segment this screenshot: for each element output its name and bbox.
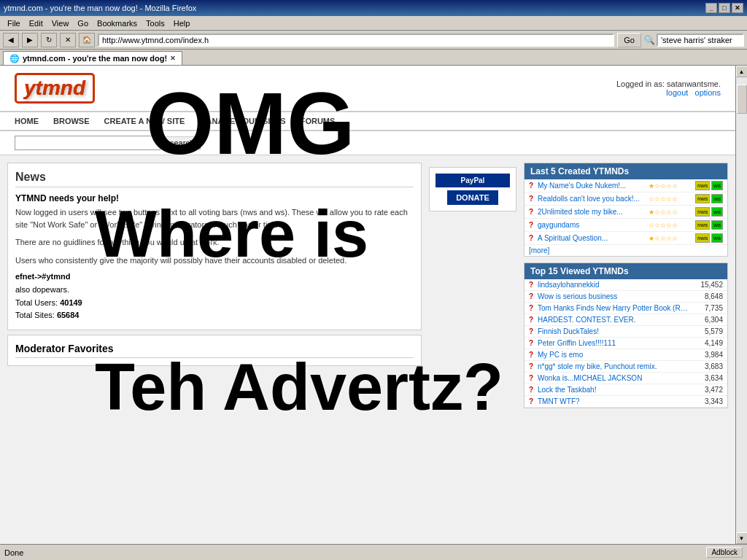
status-bar: Done Adblock <box>0 544 747 560</box>
site-search-button[interactable]: search <box>163 136 201 149</box>
top15-count-0: 15,452 <box>694 281 723 289</box>
last5-name-0[interactable]: My Name's Duke Nukem!... <box>538 182 646 190</box>
go-button[interactable]: Go <box>617 33 641 47</box>
news-title: News <box>15 171 414 187</box>
top15-name-0[interactable]: lindsaylohannekkid <box>538 281 691 289</box>
donate-button[interactable]: DONATE <box>447 190 498 205</box>
back-button[interactable]: ◀ <box>3 33 19 47</box>
tab-close-icon[interactable]: ✕ <box>170 55 176 62</box>
badge-ws-0[interactable]: ws <box>711 181 723 190</box>
close-button[interactable]: ✕ <box>732 3 743 13</box>
last5-item-3[interactable]: ? gaygundams ☆☆☆☆☆ nws ws <box>525 219 727 232</box>
nav-manage[interactable]: MANAGE YOUR SITES <box>199 117 285 125</box>
top15-item-0[interactable]: ? lindsaylohannekkid 15,452 <box>525 279 727 291</box>
content-area: News YTMND needs your help! Now logged i… <box>0 155 735 421</box>
last5-name-3[interactable]: gaygundams <box>538 221 646 229</box>
top15-name-9[interactable]: Lock the Taskbah! <box>538 386 691 394</box>
menu-help[interactable]: Help <box>169 18 195 29</box>
scrollbar-track[interactable] <box>736 77 748 532</box>
scrollbar-thumb[interactable] <box>737 85 747 114</box>
site-search-input[interactable] <box>15 136 160 150</box>
top15-item-6[interactable]: ? My PC is emo 3,984 <box>525 349 727 361</box>
search-addon-input[interactable] <box>657 34 744 47</box>
ytmnd-nav: HOME BROWSE CREATE A NEW SITE MANAGE YOU… <box>0 112 735 131</box>
options-link[interactable]: options <box>695 88 721 97</box>
right-panel: Last 5 Created YTMNDs ? My Name's Duke N… <box>524 163 728 414</box>
top15-item-3[interactable]: ? HARDEST. CONTEST. EVER. 6,304 <box>525 314 727 326</box>
news-paragraph-2: There are no guidlines for anything you … <box>15 236 414 249</box>
badge-nws-3[interactable]: nws <box>695 220 710 230</box>
top15-name-3[interactable]: HARDEST. CONTEST. EVER. <box>538 316 691 324</box>
window-titlebar: ytmnd.com - you're the man now dog! - Mo… <box>0 0 747 16</box>
maximize-button[interactable]: □ <box>719 3 730 13</box>
menu-file[interactable]: File <box>3 18 25 29</box>
address-bar: ◀ ▶ ↻ ✕ 🏠 Go 🔍 <box>0 31 747 50</box>
top15-item-10[interactable]: ? TMNT WTF? 3,343 <box>525 396 727 408</box>
forward-button[interactable]: ▶ <box>22 33 38 47</box>
top15-count-10: 3,343 <box>694 397 723 405</box>
scrollbar-down[interactable]: ▼ <box>736 532 748 544</box>
menu-edit[interactable]: Edit <box>25 18 47 29</box>
last5-badges-4: nws ws <box>695 233 723 243</box>
badge-nws-4[interactable]: nws <box>695 233 710 243</box>
top15-item-5[interactable]: ? Peter Griffin Lives!!!!111 4,149 <box>525 338 727 349</box>
top15-count-7: 3,683 <box>694 362 723 370</box>
top15-item-7[interactable]: ? n*gg* stole my bike, Punchout remix. 3… <box>525 361 727 373</box>
stop-button[interactable]: ✕ <box>60 33 76 47</box>
last5-item-4[interactable]: ? A Spiritual Question... ★☆☆☆☆ nws ws <box>525 232 727 245</box>
ytmnd-logo[interactable]: ytmnd <box>15 73 95 104</box>
badge-nws-0[interactable]: nws <box>695 181 710 190</box>
menu-bookmarks[interactable]: Bookmarks <box>93 18 142 29</box>
top15-item-2[interactable]: ? Tom Hanks Finds New Harry Potter Book … <box>525 303 727 314</box>
scrollbar-up[interactable]: ▲ <box>736 66 748 77</box>
top15-item-4[interactable]: ? Finnish DuckTales! 5,579 <box>525 326 727 338</box>
menu-go[interactable]: Go <box>73 18 93 29</box>
left-column: News YTMND needs your help! Now logged i… <box>7 163 422 414</box>
badge-ws-2[interactable]: ws <box>711 207 723 217</box>
top15-name-8[interactable]: Wonka is...MICHAEL JACKSON <box>538 374 691 382</box>
last5-name-4[interactable]: A Spiritual Question... <box>538 234 646 242</box>
nav-browse[interactable]: BROWSE <box>53 117 90 125</box>
menu-view[interactable]: View <box>47 18 74 29</box>
last5-name-2[interactable]: 2Unlimited stole my bike... <box>538 208 646 216</box>
stats: Total Users: 40149 Total Sites: 65684 <box>15 297 414 322</box>
home-button[interactable]: 🏠 <box>79 33 95 47</box>
badge-nws-2[interactable]: nws <box>695 207 710 217</box>
minimize-button[interactable]: _ <box>705 3 717 13</box>
nav-forums[interactable]: FORUMS <box>301 117 336 125</box>
nav-home[interactable]: HOME <box>15 117 39 125</box>
search-addon-icon: 🔍 <box>644 35 655 45</box>
top15-name-7[interactable]: n*gg* stole my bike, Punchout remix. <box>538 362 691 370</box>
top15-name-10[interactable]: TMNT WTF? <box>538 397 691 405</box>
address-input[interactable] <box>98 34 614 47</box>
top15-name-5[interactable]: Peter Griffin Lives!!!!111 <box>538 339 691 347</box>
badge-ws-3[interactable]: ws <box>711 220 723 230</box>
status-text: Done <box>4 548 23 557</box>
top15-count-3: 6,304 <box>694 316 723 324</box>
tab-ytmnd[interactable]: 🌐 ytmnd.com - you're the man now dog! ✕ <box>3 51 182 65</box>
top15-item-9[interactable]: ? Lock the Taskbah! 3,472 <box>525 384 727 396</box>
top15-name-4[interactable]: Finnish DuckTales! <box>538 327 691 335</box>
logout-link[interactable]: logout <box>666 88 688 97</box>
mod-title: Moderator Favorites <box>15 343 414 358</box>
nav-create[interactable]: CREATE A NEW SITE <box>104 117 185 125</box>
adblock-button[interactable]: Adblock <box>706 547 743 558</box>
window-controls[interactable]: _ □ ✕ <box>705 3 743 13</box>
top15-name-2[interactable]: Tom Hanks Finds New Harry Potter Book (R… <box>538 304 691 312</box>
badge-ws-1[interactable]: ws <box>711 194 723 203</box>
scrollbar[interactable]: ▲ ▼ <box>735 66 747 544</box>
last5-more[interactable]: [more] <box>525 245 727 256</box>
top15-item-8[interactable]: ? Wonka is...MICHAEL JACKSON 3,634 <box>525 373 727 384</box>
last5-item-1[interactable]: ? Realdolls can't love you back!... ☆☆☆☆… <box>525 192 727 206</box>
refresh-button[interactable]: ↻ <box>41 33 57 47</box>
last5-item-2[interactable]: ? 2Unlimited stole my bike... ★☆☆☆☆ nws … <box>525 206 727 219</box>
top15-item-1[interactable]: ? Wow is serious business 8,648 <box>525 291 727 303</box>
last5-item-0[interactable]: ? My Name's Duke Nukem!... ★☆☆☆☆ nws ws <box>525 179 727 192</box>
badge-nws-1[interactable]: nws <box>695 194 710 203</box>
top15-name-6[interactable]: My PC is emo <box>538 351 691 359</box>
last5-name-1[interactable]: Realdolls can't love you back!... <box>538 195 646 203</box>
total-sites-label: Total Sites: <box>15 311 55 319</box>
badge-ws-4[interactable]: ws <box>711 233 723 243</box>
menu-tools[interactable]: Tools <box>142 18 169 29</box>
top15-name-1[interactable]: Wow is serious business <box>538 292 691 300</box>
